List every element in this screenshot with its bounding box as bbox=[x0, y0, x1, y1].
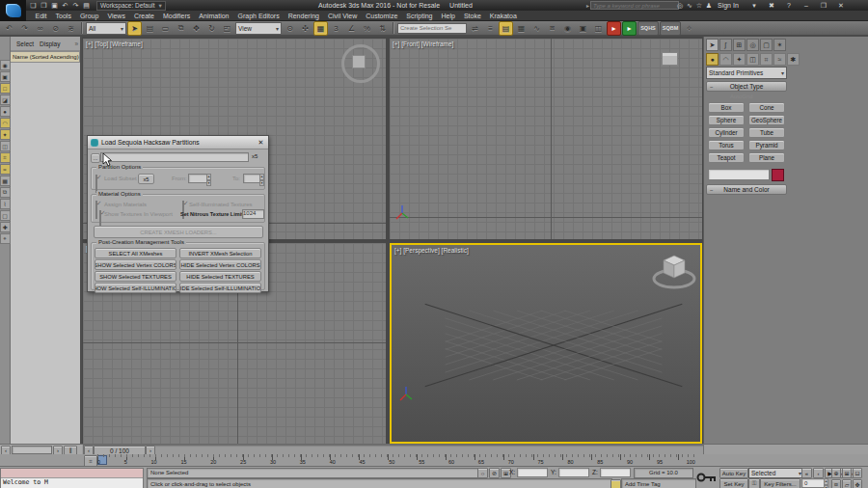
named-selection-sets-field[interactable]: Create Selection Se bbox=[397, 23, 467, 34]
project-folder-icon[interactable]: ▤ bbox=[82, 1, 91, 10]
selection-lock-icon[interactable]: ⊘ bbox=[489, 468, 500, 478]
maxscript-mini-listener[interactable]: Welcome to M bbox=[0, 468, 144, 488]
mirror-icon[interactable]: ⇌ bbox=[468, 21, 482, 36]
redo-icon[interactable]: ↷ bbox=[71, 1, 80, 10]
z-coordinate-field[interactable] bbox=[600, 468, 631, 477]
communication-center-icon[interactable]: ✖ bbox=[765, 1, 778, 10]
tab-display[interactable]: ▢ bbox=[760, 39, 773, 51]
subscription-icon[interactable]: ∿ bbox=[685, 1, 694, 10]
selection-filter-dropdown[interactable]: All bbox=[86, 22, 126, 35]
save-file-icon[interactable]: ▣ bbox=[50, 1, 59, 10]
viewcube[interactable] bbox=[341, 44, 380, 83]
search-input[interactable] bbox=[590, 1, 679, 10]
menu-item[interactable]: Edit bbox=[31, 13, 51, 19]
add-time-tag[interactable]: Add Time Tag bbox=[621, 478, 696, 488]
x-coordinate-field[interactable] bbox=[517, 468, 548, 477]
workspace-dropdown[interactable]: Workspace: Default bbox=[96, 1, 166, 11]
select-by-name-icon[interactable]: ▤ bbox=[143, 21, 157, 36]
filter-bones-icon[interactable]: ⌇ bbox=[0, 199, 11, 209]
object-type-button[interactable]: GeoSphere bbox=[748, 115, 785, 125]
isolate-selection-icon[interactable]: ☼ bbox=[477, 468, 488, 478]
post-creation-button[interactable]: INVERT XMesh Selection bbox=[179, 248, 261, 258]
y-coordinate-field[interactable] bbox=[558, 468, 589, 477]
percent-snap-icon[interactable]: % bbox=[360, 21, 374, 36]
filter-cameras-icon[interactable]: ◫ bbox=[0, 141, 11, 151]
helpers-icon[interactable]: ⌗ bbox=[760, 53, 773, 66]
explorer-item-list[interactable] bbox=[11, 63, 80, 470]
minimize-icon[interactable]: – bbox=[800, 1, 813, 10]
auto-key-button[interactable]: Auto Key bbox=[719, 468, 748, 478]
tab-utilities[interactable]: ✶ bbox=[773, 39, 786, 51]
post-creation-button[interactable]: SHOW Selected TEXTURES bbox=[95, 271, 176, 282]
name-and-color-rollout[interactable]: −Name and Color bbox=[706, 184, 787, 195]
viewport-perspective[interactable]: [+] [Perspective] [Realistic] bbox=[390, 243, 702, 444]
object-name-field[interactable] bbox=[708, 169, 770, 180]
new-file-icon[interactable]: ❏ bbox=[29, 1, 38, 10]
zoom-extents-all-icon[interactable]: ⧈ bbox=[831, 479, 841, 488]
curve-editor-icon[interactable]: ∿ bbox=[529, 21, 544, 36]
post-creation-button[interactable]: HIDE Selected Vertex COLORS bbox=[179, 259, 261, 270]
select-and-manipulate-icon[interactable]: ✣ bbox=[298, 21, 312, 36]
filter-helpers-icon[interactable]: ⌗ bbox=[0, 152, 11, 163]
scroll-left-icon[interactable]: ‹ bbox=[1, 446, 11, 455]
panel-resize-grip[interactable]: ∥ bbox=[64, 446, 77, 455]
add-time-tag-icon[interactable] bbox=[610, 479, 621, 488]
exchange-apps-icon[interactable]: ▾ bbox=[747, 1, 761, 10]
viewport-front-label[interactable]: [+] [Front] [Wireframe] bbox=[393, 41, 453, 47]
material-editor-icon[interactable]: ◉ bbox=[560, 21, 575, 36]
menu-item[interactable]: Rendering bbox=[284, 13, 323, 19]
maximize-icon[interactable]: ❐ bbox=[817, 1, 830, 10]
tab-modify[interactable]: ∫ bbox=[719, 39, 732, 51]
menu-item[interactable]: Help bbox=[437, 13, 459, 19]
align-icon[interactable]: ≡ bbox=[483, 21, 498, 36]
use-pivot-point-center-icon[interactable]: ⊙ bbox=[283, 21, 297, 36]
sqbm-button[interactable]: SQBM bbox=[660, 21, 681, 36]
explorer-menu-display[interactable]: Display bbox=[40, 41, 60, 47]
viewport-top-label[interactable]: [+] [Top] [Wireframe] bbox=[86, 41, 143, 47]
stoke-light-icon[interactable]: ✧ bbox=[682, 21, 696, 36]
object-type-button[interactable]: Box bbox=[708, 102, 745, 113]
selection-set-dropdown[interactable]: Selected bbox=[748, 468, 804, 478]
object-color-swatch[interactable] bbox=[772, 169, 784, 181]
filter-geometry-icon[interactable]: ● bbox=[0, 106, 11, 117]
filter-shapes-icon[interactable]: ◠ bbox=[0, 118, 11, 128]
filter-spacewarps-icon[interactable]: ≈ bbox=[0, 164, 11, 175]
select-and-move-icon[interactable]: ✥ bbox=[189, 21, 203, 36]
object-type-button[interactable]: Plane bbox=[748, 152, 785, 163]
browse-file-button[interactable]: ... bbox=[91, 153, 100, 163]
create-xmesh-loaders-button[interactable]: CREATE XMESH LOADERS... bbox=[94, 226, 263, 238]
assign-materials-checkbox[interactable] bbox=[95, 201, 97, 219]
maxscript-listener-pane[interactable]: Welcome to M bbox=[1, 478, 143, 488]
viewcube-face[interactable] bbox=[352, 55, 366, 68]
frame-spinner-arrows[interactable]: ▴▾ bbox=[824, 478, 828, 488]
unlink-selection-icon[interactable]: ⊘ bbox=[48, 21, 63, 36]
favorites-icon[interactable]: ☆ bbox=[694, 1, 704, 10]
object-type-rollout[interactable]: −Object Type bbox=[706, 81, 787, 92]
viewport-front[interactable]: [+] [Front] [Wireframe] bbox=[390, 39, 702, 239]
menu-item[interactable]: Scripting bbox=[402, 13, 437, 19]
to-spinner-arrows[interactable]: ▴▾ bbox=[259, 174, 264, 186]
from-spinner-field[interactable] bbox=[188, 174, 207, 183]
zoom-extents-icon[interactable]: ⊡ bbox=[853, 468, 862, 478]
select-and-rotate-icon[interactable]: ↻ bbox=[204, 21, 219, 36]
geometry-icon[interactable]: ● bbox=[706, 53, 719, 66]
post-creation-button[interactable]: SELECT All XMeshes bbox=[95, 248, 176, 258]
spinner-snap-icon[interactable]: ⇅ bbox=[375, 21, 390, 36]
post-creation-button[interactable]: HIDE Selected TEXTURES bbox=[179, 271, 261, 282]
pick-object-icon[interactable]: ◉ bbox=[0, 60, 11, 70]
window-crossing-icon[interactable]: ⧉ bbox=[174, 21, 188, 36]
tab-create[interactable]: ➤ bbox=[706, 39, 719, 51]
zoom-all-icon[interactable]: ⊞ bbox=[842, 468, 852, 478]
lock-selection-icon[interactable]: ✚ bbox=[0, 222, 11, 232]
select-invert-icon[interactable]: ◪ bbox=[0, 95, 11, 105]
tab-hierarchy[interactable]: ⊞ bbox=[733, 39, 746, 51]
track-bar-ruler[interactable]: 0510152025303540455055606570758085909510… bbox=[97, 454, 695, 466]
search-communities-icon[interactable]: ◎ bbox=[675, 1, 685, 10]
menu-item[interactable]: Modifiers bbox=[158, 13, 194, 19]
menu-item[interactable]: Tools bbox=[51, 13, 75, 19]
post-creation-button[interactable]: SHOW Selected Self-ILLUMINATION bbox=[95, 283, 176, 293]
set-key-button[interactable]: Set Key bbox=[719, 478, 748, 488]
scroll-thumb[interactable] bbox=[12, 446, 52, 454]
go-to-start-icon[interactable]: « bbox=[801, 468, 812, 478]
object-type-button[interactable]: Teapot bbox=[708, 152, 745, 163]
